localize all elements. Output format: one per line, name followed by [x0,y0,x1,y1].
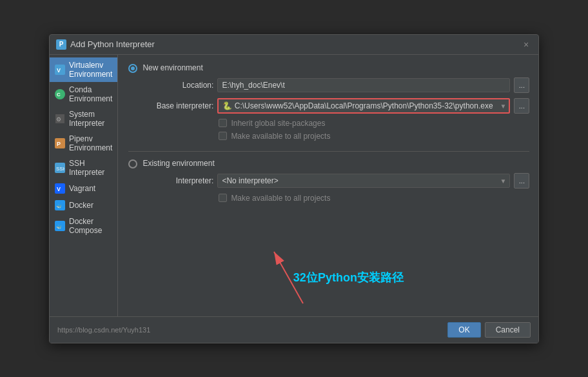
inherit-checkbox[interactable] [219,119,227,127]
svg-text:⚙: ⚙ [56,116,61,123]
make-available-existing-label: Make available to all projects [231,194,330,203]
ok-button[interactable]: OK [447,322,480,338]
svg-text:🐳: 🐳 [56,224,62,230]
new-environment-label: New environment [142,63,202,72]
make-available-new-checkbox[interactable] [219,132,227,140]
sidebar-label-system: System Interpreter [69,110,112,128]
cancel-button[interactable]: Cancel [485,322,531,338]
base-interpreter-row: Base interpreter: 🐍 C:\Users\www52\AppDa… [142,98,529,114]
make-available-existing-checkbox-row: Make available to all projects [219,194,529,203]
ssh-icon: SSH [55,163,65,173]
new-environment-section: New environment Location: ... Base inter… [128,63,529,145]
make-available-existing-checkbox[interactable] [219,194,227,202]
sidebar-item-pipenv[interactable]: P Pipenv Environment [50,131,117,156]
existing-environment-section: Existing environment Interpreter: <No in… [128,158,529,207]
base-interpreter-label: Base interpreter: [142,101,213,110]
annotation-area: 32位Python安装路径 [118,213,540,316]
interpreter-browse-button[interactable]: ... [514,173,529,188]
title-bar-left: P Add Python Interpreter [56,39,155,50]
sidebar-item-docker-compose[interactable]: 🐳 Docker Compose [50,214,117,238]
location-browse-button[interactable]: ... [514,77,529,93]
section-divider [128,151,529,152]
svg-text:SSH: SSH [56,166,64,172]
dialog-icon: P [56,39,66,50]
base-interpreter-select[interactable]: 🐍 C:\Users\www52\AppData\Local\Programs\… [217,98,510,114]
sidebar-item-conda[interactable]: C Conda Environment [50,82,117,107]
sidebar-item-ssh[interactable]: SSH SSH Interpreter [50,156,117,180]
annotation-text: 32位Python安装路径 [293,270,404,285]
inherit-label: Inherit global site-packages [231,119,325,128]
virtualenv-icon: V [55,65,65,75]
vagrant-icon: V [55,183,65,194]
location-row: Location: ... [142,77,529,93]
sidebar-item-vagrant[interactable]: V Vagrant [50,180,117,197]
svg-text:V: V [57,67,61,74]
sidebar-item-virtualenv[interactable]: V Virtualenv Environment [50,57,117,82]
upper-content: New environment Location: ... Base inter… [118,55,540,213]
footer-buttons: OK Cancel [447,322,531,338]
location-label: Location: [142,81,213,90]
svg-text:C: C [57,92,61,97]
sidebar-label-ssh: SSH Interpreter [69,159,112,177]
sidebar-label-virtualenv: Virtualenv Environment [69,61,112,79]
svg-text:🐳: 🐳 [56,203,62,209]
location-input[interactable] [217,78,510,92]
sidebar-item-system[interactable]: ⚙ System Interpreter [50,107,117,131]
system-icon: ⚙ [55,114,65,124]
existing-environment-label: Existing environment [142,159,214,168]
footer-url: https://blog.csdn.net/Yuyh131 [57,326,150,334]
sidebar-item-docker[interactable]: 🐳 Docker [50,197,117,214]
sidebar-label-docker: Docker [69,201,93,210]
sidebar-label-docker-compose: Docker Compose [69,217,112,235]
sidebar-label-vagrant: Vagrant [69,184,95,193]
interpreter-row: Interpreter: <No interpreter> ▼ ... [142,173,529,188]
sidebar: V Virtualenv Environment C Conda Environ… [50,55,118,316]
dialog-footer: https://blog.csdn.net/Yuyh131 OK Cancel [50,316,538,343]
interpreter-select[interactable]: <No interpreter> [217,174,510,188]
make-available-new-checkbox-row: Make available to all projects [219,132,529,141]
svg-text:P: P [57,141,61,147]
close-button[interactable]: × [520,39,532,50]
interpreter-dropdown-wrapper: <No interpreter> ▼ [217,174,510,188]
svg-text:V: V [57,186,61,192]
base-interpreter-browse-button[interactable]: ... [514,98,529,114]
main-content-wrapper: New environment Location: ... Base inter… [118,55,540,316]
make-available-new-label: Make available to all projects [231,132,330,141]
conda-icon: C [55,89,65,99]
dialog-body: V Virtualenv Environment C Conda Environ… [50,55,538,316]
sidebar-label-pipenv: Pipenv Environment [69,134,112,152]
new-environment-fields: New environment Location: ... Base inter… [142,63,529,145]
inherit-checkbox-row: Inherit global site-packages [219,119,529,128]
existing-environment-fields: Existing environment Interpreter: <No in… [142,158,529,207]
pipenv-icon: P [55,138,65,148]
docker-icon: 🐳 [55,200,65,210]
interpreter-label: Interpreter: [142,176,213,185]
new-environment-radio[interactable] [128,64,137,73]
existing-environment-radio[interactable] [128,159,137,168]
docker-compose-icon: 🐳 [55,221,65,231]
base-interpreter-dropdown-wrapper: 🐍 C:\Users\www52\AppData\Local\Programs\… [217,98,510,114]
title-bar: P Add Python Interpreter × [50,35,538,55]
dialog-title: Add Python Interpreter [70,39,155,49]
arrow-annotation-svg [118,213,540,316]
add-interpreter-dialog: P Add Python Interpreter × V Virtualenv … [49,34,539,343]
sidebar-label-conda: Conda Environment [69,85,112,103]
